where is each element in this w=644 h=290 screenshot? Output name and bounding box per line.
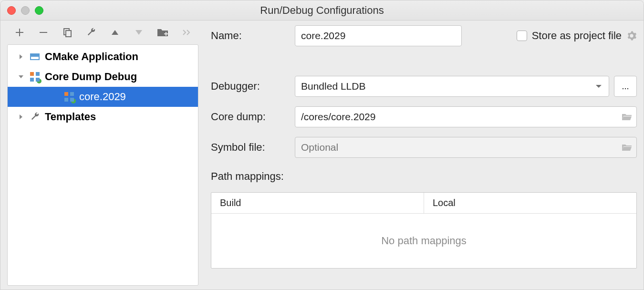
name-input[interactable] (295, 25, 462, 46)
chevron-right-icon (17, 114, 25, 120)
config-form: Name: Store as project file Debugger: Bu… (198, 21, 644, 290)
chevron-down-icon (17, 74, 25, 79)
wrench-icon (86, 27, 96, 38)
symbolfile-row: Symbol file: (211, 137, 637, 158)
cmake-app-icon (30, 52, 40, 62)
folder-plus-icon (157, 28, 168, 37)
minus-icon (39, 28, 48, 37)
symbolfile-input[interactable] (295, 137, 637, 158)
path-mappings-table[interactable]: Build Local No path mappings (211, 192, 637, 269)
core-dump-icon (30, 72, 40, 82)
tree-node-cmake-application[interactable]: CMake Application (8, 47, 198, 67)
window-body: CMake Application Core Dump Debug ▶ core… (0, 21, 644, 290)
close-window-button[interactable] (7, 6, 16, 15)
titlebar: Run/Debug Configurations (0, 0, 644, 21)
tree-node-label: CMake Application (45, 51, 138, 63)
debugger-more-button[interactable]: ... (614, 76, 637, 97)
triangle-up-icon (111, 30, 119, 35)
folder-open-icon[interactable] (622, 143, 632, 152)
debugger-row: Debugger: Bundled LLDB ... (211, 76, 637, 97)
debugger-label: Debugger: (211, 80, 295, 93)
maximize-window-button[interactable] (35, 6, 43, 15)
svg-rect-1 (66, 31, 71, 37)
table-empty-message: No path mappings (211, 214, 636, 268)
table-header: Build Local (211, 193, 636, 214)
wrench-icon (30, 112, 40, 122)
symbolfile-label: Symbol file: (211, 141, 295, 154)
col-local: Local (424, 193, 636, 213)
store-as-project-file[interactable]: Store as project file (517, 30, 637, 42)
minimize-window-button[interactable] (21, 6, 30, 15)
config-toolbar (0, 21, 198, 41)
name-label: Name: (211, 30, 295, 42)
left-pane: CMake Application Core Dump Debug ▶ core… (0, 21, 198, 290)
more-toolbar-button[interactable] (181, 27, 192, 38)
copy-icon (62, 28, 72, 37)
store-checkbox[interactable] (517, 31, 527, 41)
plus-icon (15, 28, 24, 37)
tree-node-label: core.2029 (79, 91, 126, 103)
move-down-button[interactable] (133, 27, 145, 38)
folder-open-icon[interactable] (622, 113, 632, 121)
window-title: Run/Debug Configurations (260, 4, 384, 17)
chevron-down-icon (595, 84, 602, 89)
run-debug-config-window: Run/Debug Configurations (0, 0, 644, 290)
coredump-row: Core dump: (211, 106, 637, 127)
copy-config-button[interactable] (62, 27, 73, 38)
save-folder-button[interactable] (157, 27, 168, 38)
coredump-input[interactable] (295, 106, 637, 127)
debugger-select[interactable]: Bundled LLDB (295, 76, 609, 97)
chevron-right-icon (17, 54, 25, 60)
remove-config-button[interactable] (38, 27, 49, 38)
move-up-button[interactable] (109, 27, 121, 38)
tree-node-label: Core Dump Debug (45, 71, 137, 83)
tree-node-label: Templates (45, 111, 96, 123)
col-build: Build (211, 193, 424, 213)
debugger-value: Bundled LLDB (301, 81, 365, 92)
core-dump-icon (64, 92, 74, 102)
triangle-down-icon (135, 30, 143, 35)
window-controls (7, 6, 43, 15)
chevron-double-right-icon (182, 29, 191, 36)
coredump-label: Core dump: (211, 111, 295, 123)
gear-icon[interactable] (626, 31, 637, 41)
tree-node-core-dump-debug[interactable]: Core Dump Debug (8, 67, 198, 87)
add-config-button[interactable] (14, 27, 25, 38)
edit-settings-button[interactable] (85, 27, 97, 38)
name-row: Name: Store as project file (211, 25, 637, 46)
store-label: Store as project file (532, 30, 622, 42)
tree-node-core-2029[interactable]: ▶ core.2029 (8, 87, 198, 107)
tree-node-templates[interactable]: Templates (8, 107, 198, 127)
path-mappings-label: Path mappings: (211, 170, 637, 183)
config-tree[interactable]: CMake Application Core Dump Debug ▶ core… (7, 44, 198, 286)
